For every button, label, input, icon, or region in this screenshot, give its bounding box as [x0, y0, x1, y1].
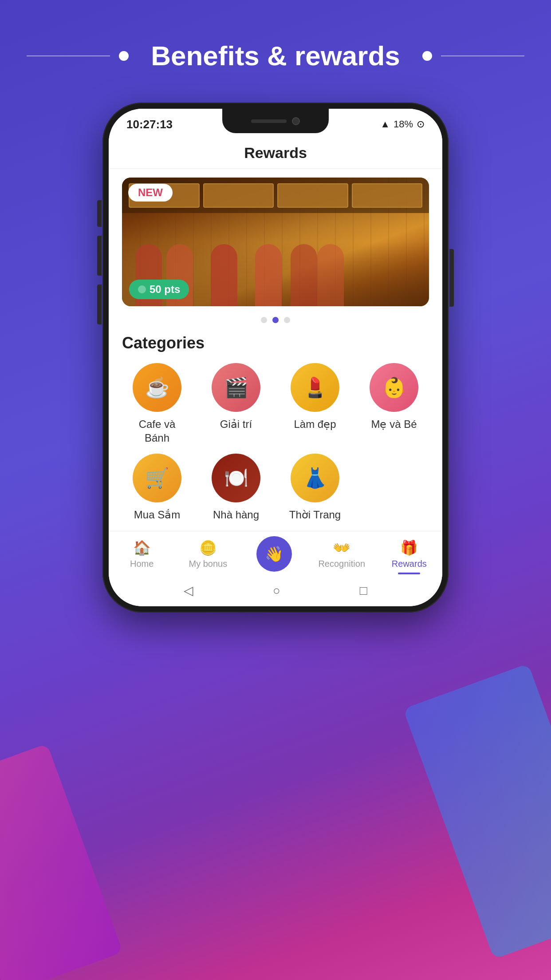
pts-icon: [138, 285, 146, 293]
person-5: [291, 244, 317, 306]
beauty-label: Làm đẹp: [294, 417, 336, 431]
menu-board-3: [277, 183, 348, 208]
carousel-dot-3[interactable]: [284, 317, 290, 323]
phone-outer: 10:27:13 ▲ 18% ⊙ Rewards: [102, 103, 449, 612]
mom-icon-circle: 👶: [370, 363, 418, 412]
bonus-icon: 🪙: [199, 539, 217, 556]
back-button[interactable]: ◁: [184, 583, 193, 598]
nav-center[interactable]: 👋: [252, 536, 296, 572]
bottom-nav: 🏠 Home 🪙 My bonus 👋 👐 Recognition: [109, 531, 442, 575]
entertainment-icon-circle: 🎬: [212, 363, 260, 412]
phone-button-vol-down: [97, 285, 102, 324]
category-fashion[interactable]: 👗 Thời Trang: [280, 454, 350, 522]
category-beauty[interactable]: 💄 Làm đẹp: [280, 363, 350, 445]
nav-recognition[interactable]: 👐 Recognition: [318, 539, 365, 569]
nav-bonus[interactable]: 🪙 My bonus: [186, 539, 230, 569]
beauty-icon-circle: 💄: [291, 363, 339, 412]
bg-decoration-1: [403, 664, 551, 959]
category-shopping[interactable]: 🛒 Mua Sắm: [122, 454, 192, 522]
fashion-label: Thời Trang: [289, 508, 341, 522]
nav-home[interactable]: 🏠 Home: [120, 539, 164, 569]
recognition-label: Recognition: [318, 559, 365, 569]
recent-button[interactable]: □: [360, 584, 367, 598]
person-4: [255, 244, 282, 306]
signal-icon: ▲: [380, 119, 390, 130]
battery-icon: ⊙: [417, 119, 425, 130]
points-badge-container: 50 pts: [129, 280, 189, 299]
categories-row-1: ☕ Cafe vàBánh 🎬 Giải trí 💄 Làm đẹp 👶 Mẹ …: [122, 363, 429, 445]
restaurant-icon-circle: 🍽️: [212, 454, 260, 502]
battery-indicator: 18%: [394, 119, 413, 130]
carousel-dot-2[interactable]: [272, 317, 279, 323]
category-cafe[interactable]: ☕ Cafe vàBánh: [122, 363, 192, 445]
cafe-icon-circle: ☕: [133, 363, 181, 412]
category-mom[interactable]: 👶 Mẹ và Bé: [359, 363, 429, 445]
bonus-label: My bonus: [189, 559, 228, 569]
rewards-label: Rewards: [392, 559, 427, 569]
phone-mockup: 10:27:13 ▲ 18% ⊙ Rewards: [102, 103, 449, 612]
center-button[interactable]: 👋: [256, 536, 292, 572]
home-label: Home: [130, 559, 153, 569]
menu-board-2: [203, 183, 274, 208]
header-dot-left: [119, 51, 129, 61]
shopping-icon-circle: 🛒: [133, 454, 181, 502]
banner-card[interactable]: NEW 50 pts: [122, 178, 429, 306]
page-header: Benefits & rewards: [0, 0, 551, 89]
mom-label: Mẹ và Bé: [371, 417, 417, 431]
phone-button-power: [449, 249, 454, 307]
menu-board-4: [352, 183, 423, 208]
points-badge: 50 pts: [129, 280, 189, 299]
home-button[interactable]: ○: [273, 584, 280, 598]
status-time: 10:27:13: [126, 118, 173, 131]
nav-rewards[interactable]: 🎁 Rewards: [387, 539, 431, 569]
categories-row-2: 🛒 Mua Sắm 🍽️ Nhà hàng 👗 Thời Trang: [122, 454, 429, 522]
person-3: [211, 244, 237, 306]
shopping-label: Mua Sắm: [134, 508, 180, 522]
home-icon: 🏠: [133, 539, 151, 556]
category-empty: [359, 454, 429, 522]
category-restaurant[interactable]: 🍽️ Nhà hàng: [201, 454, 271, 522]
phone-notch: [222, 109, 329, 133]
app-title: Rewards: [244, 144, 307, 161]
category-entertainment[interactable]: 🎬 Giải trí: [201, 363, 271, 445]
header-line-left: [27, 55, 110, 56]
header-line-right: [441, 55, 524, 56]
recognition-icon: 👐: [333, 539, 350, 556]
notch-speaker: [251, 119, 287, 123]
cafe-label: Cafe vàBánh: [139, 417, 176, 445]
carousel-dot-1[interactable]: [261, 317, 267, 323]
restaurant-label: Nhà hàng: [213, 508, 259, 522]
categories-title: Categories: [122, 334, 429, 352]
android-nav: ◁ ○ □: [109, 575, 442, 606]
carousel-dots: [109, 311, 442, 329]
pts-value: 50 pts: [150, 283, 180, 296]
person-6: [317, 244, 344, 306]
banner-section[interactable]: NEW 50 pts: [109, 169, 442, 311]
center-icon: 👋: [265, 545, 283, 563]
phone-button-vol-up: [97, 236, 102, 276]
page-title: Benefits & rewards: [151, 40, 400, 71]
phone-button-mute: [97, 200, 102, 227]
entertainment-label: Giải trí: [220, 417, 252, 431]
header-dot-right: [422, 51, 432, 61]
notch-camera: [292, 117, 300, 125]
status-right: ▲ 18% ⊙: [380, 119, 425, 130]
app-header: Rewards: [109, 135, 442, 169]
new-badge: NEW: [128, 184, 173, 202]
phone-screen: 10:27:13 ▲ 18% ⊙ Rewards: [109, 109, 442, 606]
categories-section: Categories ☕ Cafe vàBánh 🎬 Giải trí 💄 Là…: [109, 329, 442, 531]
fashion-icon-circle: 👗: [291, 454, 339, 502]
rewards-icon: 🎁: [400, 539, 418, 556]
bg-decoration-2: [0, 743, 123, 980]
